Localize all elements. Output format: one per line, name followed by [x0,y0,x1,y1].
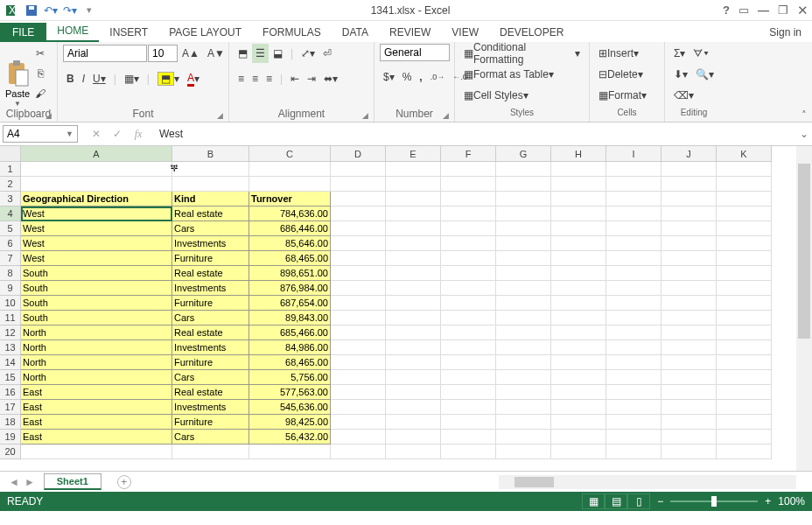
percent-format-icon[interactable]: % [399,67,416,87]
cell[interactable] [441,236,496,251]
cell[interactable]: Real estate [172,206,249,221]
cell[interactable] [551,251,606,266]
cell[interactable] [662,251,717,266]
cell[interactable] [386,236,441,251]
formula-input[interactable] [154,128,796,140]
cell[interactable] [606,192,662,206]
cell[interactable] [496,192,551,206]
insert-function-icon[interactable]: fx [130,128,147,141]
font-launcher-icon[interactable]: ◢ [217,111,223,120]
row-header[interactable]: 17 [0,400,21,415]
row-header[interactable]: 2 [0,177,21,192]
increase-indent-icon[interactable]: ⇥ [304,69,319,88]
find-select-icon[interactable]: 🔍▾ [692,65,718,84]
cell[interactable] [551,400,606,415]
cell[interactable] [331,400,386,415]
cell[interactable] [249,177,331,192]
cell[interactable] [717,266,772,281]
cell[interactable] [551,206,606,221]
help-icon[interactable]: ? [723,4,730,17]
zoom-in-icon[interactable]: + [765,495,771,508]
cell[interactable] [331,430,386,444]
horizontal-scrollbar[interactable] [499,475,796,489]
cell[interactable]: 876,984.00 [249,281,331,296]
cell[interactable] [662,206,717,221]
cell[interactable] [717,430,772,444]
close-icon[interactable]: ✕ [797,3,808,18]
cell[interactable] [717,177,772,192]
cell[interactable] [441,370,496,385]
cell[interactable]: 687,654.00 [249,296,331,311]
undo-icon[interactable]: ↶▾ [42,2,60,19]
cell[interactable] [717,236,772,251]
column-header[interactable]: H [551,146,606,162]
cell[interactable] [386,206,441,221]
cell[interactable] [441,296,496,311]
cell[interactable] [606,177,662,192]
column-headers[interactable]: ABCDEFGHIJK [21,146,772,162]
cell[interactable] [386,415,441,430]
align-left-icon[interactable]: ≡ [234,69,248,88]
row-header[interactable]: 20 [0,444,21,459]
cell[interactable] [606,236,662,251]
cell[interactable] [441,444,496,459]
cell[interactable]: East [21,400,172,415]
cell[interactable] [496,177,551,192]
save-icon[interactable] [23,2,40,19]
cell[interactable] [331,296,386,311]
cell[interactable] [172,177,249,192]
cell[interactable] [606,355,662,370]
select-all-corner[interactable] [0,146,21,162]
cell[interactable] [717,355,772,370]
format-cells-button[interactable]: ▦ Format▾ [595,86,650,105]
cell[interactable] [606,444,662,459]
tab-developer[interactable]: DEVELOPER [489,23,574,42]
cell[interactable] [496,206,551,221]
sheet-nav-next-icon[interactable]: ► [24,476,35,488]
cell[interactable] [441,221,496,236]
cell[interactable] [331,281,386,296]
column-header[interactable]: I [606,146,662,162]
cell[interactable] [496,311,551,326]
cell[interactable] [717,385,772,400]
view-page-break-icon[interactable]: ▯ [627,494,650,509]
cell[interactable] [606,296,662,311]
cell[interactable]: South [21,296,172,311]
cell[interactable] [441,281,496,296]
align-top-icon[interactable]: ⬒ [234,44,251,63]
cell[interactable] [551,236,606,251]
row-header[interactable]: 13 [0,340,21,355]
cell[interactable] [662,177,717,192]
tab-file[interactable]: FILE [0,23,46,42]
tab-review[interactable]: REVIEW [379,23,441,42]
column-header[interactable]: J [662,146,717,162]
cell[interactable] [441,385,496,400]
cell[interactable]: 545,636.00 [249,400,331,415]
cell[interactable]: Kind [172,192,249,206]
cell[interactable] [441,355,496,370]
row-headers[interactable]: 1234567891011121314151617181920 [0,162,21,459]
cell[interactable] [717,281,772,296]
decrease-font-icon[interactable]: A▼ [204,44,228,63]
cut-icon[interactable]: ✂ [32,44,49,63]
expand-formula-bar-icon[interactable]: ⌄ [796,128,812,140]
cell[interactable] [551,385,606,400]
cell[interactable] [662,340,717,355]
cell[interactable] [496,430,551,444]
cell[interactable] [717,221,772,236]
orientation-icon[interactable]: ⤢▾ [298,44,318,63]
paste-dropdown-icon[interactable]: ▼ [14,100,21,108]
vscroll-thumb[interactable] [798,164,810,339]
cell[interactable] [551,266,606,281]
border-icon[interactable]: ▦▾ [121,69,143,88]
row-header[interactable]: 10 [0,296,21,311]
align-middle-icon[interactable]: ☰ [252,44,269,63]
cell[interactable] [662,296,717,311]
cell[interactable] [662,236,717,251]
tab-view[interactable]: VIEW [441,23,489,42]
format-painter-icon[interactable]: 🖌 [32,84,49,103]
cell[interactable] [551,192,606,206]
cell[interactable] [717,444,772,459]
cell[interactable] [441,400,496,415]
cell[interactable] [662,415,717,430]
